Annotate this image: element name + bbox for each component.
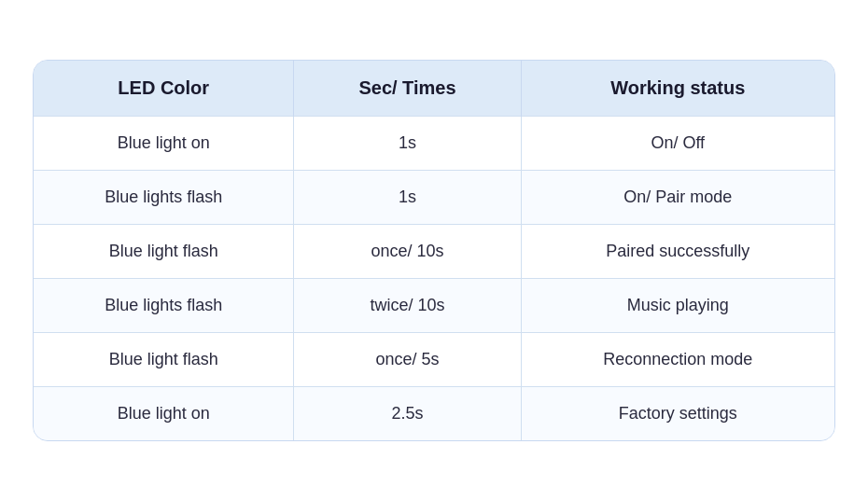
table-row: Blue light on2.5sFactory settings bbox=[34, 386, 834, 440]
working-status-cell: On/ Off bbox=[521, 116, 834, 170]
sec-times-cell: 1s bbox=[294, 170, 521, 224]
table-body: Blue light on1sOn/ OffBlue lights flash1… bbox=[34, 116, 834, 440]
working-status-cell: Paired successfully bbox=[521, 224, 834, 278]
sec-times-cell: twice/ 10s bbox=[294, 278, 521, 332]
table-header: LED Color Sec/ Times Working status bbox=[34, 61, 834, 117]
led-color-cell: Blue light on bbox=[34, 386, 294, 440]
header-row: LED Color Sec/ Times Working status bbox=[34, 61, 834, 117]
sec-times-cell: once/ 5s bbox=[294, 332, 521, 386]
sec-times-cell: once/ 10s bbox=[294, 224, 521, 278]
led-status-table: LED Color Sec/ Times Working status Blue… bbox=[34, 61, 834, 440]
led-color-cell: Blue lights flash bbox=[34, 278, 294, 332]
working-status-cell: On/ Pair mode bbox=[521, 170, 834, 224]
table-row: Blue lights flash1sOn/ Pair mode bbox=[34, 170, 834, 224]
sec-times-cell: 2.5s bbox=[294, 386, 521, 440]
sec-times-header: Sec/ Times bbox=[294, 61, 521, 117]
working-status-cell: Music playing bbox=[521, 278, 834, 332]
led-color-cell: Blue light flash bbox=[34, 332, 294, 386]
led-color-cell: Blue light on bbox=[34, 116, 294, 170]
led-color-cell: Blue lights flash bbox=[34, 170, 294, 224]
led-color-header: LED Color bbox=[34, 61, 294, 117]
led-status-table-container: LED Color Sec/ Times Working status Blue… bbox=[33, 60, 835, 441]
led-color-cell: Blue light flash bbox=[34, 224, 294, 278]
sec-times-cell: 1s bbox=[294, 116, 521, 170]
table-row: Blue light flashonce/ 10sPaired successf… bbox=[34, 224, 834, 278]
working-status-cell: Factory settings bbox=[521, 386, 834, 440]
working-status-cell: Reconnection mode bbox=[521, 332, 834, 386]
table-row: Blue lights flashtwice/ 10sMusic playing bbox=[34, 278, 834, 332]
table-row: Blue light flashonce/ 5sReconnection mod… bbox=[34, 332, 834, 386]
working-status-header: Working status bbox=[521, 61, 834, 117]
table-row: Blue light on1sOn/ Off bbox=[34, 116, 834, 170]
